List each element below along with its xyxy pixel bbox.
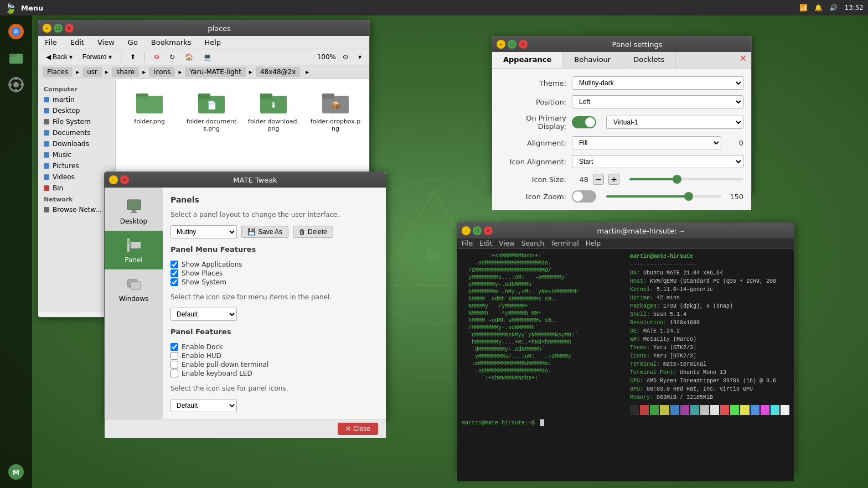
menu-bookmarks[interactable]: Bookmarks — [149, 37, 194, 48]
dock-settings[interactable] — [4, 73, 28, 96]
checkbox-enable-dock: Enable Dock — [170, 342, 378, 351]
show-apps-checkbox[interactable] — [170, 261, 178, 268]
enable-dock-checkbox[interactable] — [170, 343, 178, 351]
svg-rect-14 — [20, 84, 24, 86]
display-select[interactable]: Virtual-1 — [606, 116, 743, 129]
menu-file[interactable]: File — [43, 37, 59, 48]
tweak-close-btn[interactable]: ✕ Close — [338, 423, 378, 435]
separator — [121, 51, 121, 63]
breadcrumb-share[interactable]: share — [112, 67, 139, 77]
show-system-checkbox[interactable] — [170, 278, 178, 286]
breadcrumb-size[interactable]: 48x48@2x — [256, 67, 300, 77]
appearance-minimize-btn[interactable]: − — [497, 40, 505, 49]
minimize-btn[interactable]: − — [43, 24, 51, 33]
window-controls-places[interactable]: − □ × — [43, 24, 74, 33]
zoom-toggle[interactable]: ⊙ — [339, 52, 352, 62]
save-as-btn[interactable]: 💾 Save As — [241, 226, 288, 238]
position-select[interactable]: Left — [572, 95, 743, 108]
appearance-close-btn-x[interactable]: × — [519, 40, 528, 49]
icon-size-hint: Select the icon size for menu items in t… — [170, 293, 378, 301]
del-btn[interactable]: ⊖ — [151, 52, 163, 62]
terminal-maximize-btn[interactable]: □ — [473, 226, 482, 235]
size-minus-btn[interactable]: − — [593, 174, 604, 185]
breadcrumb-icons[interactable]: icons — [149, 67, 175, 77]
icon-zoom-slider[interactable] — [606, 195, 721, 198]
forward-btn[interactable]: Forward ▾ — [79, 52, 115, 62]
maximize-btn[interactable]: □ — [54, 24, 63, 33]
tweak-nav-desktop[interactable]: Desktop — [105, 192, 163, 231]
color-swatch-6 — [690, 405, 699, 415]
computer-btn[interactable]: 💻 — [200, 52, 215, 62]
menu-help[interactable]: Help — [202, 37, 223, 48]
breadcrumb-more[interactable]: ▸ — [306, 68, 309, 76]
term-menu-help[interactable]: Help — [586, 240, 601, 247]
term-menu-view[interactable]: View — [499, 240, 514, 247]
window-controls-terminal[interactable]: − □ × — [462, 226, 493, 235]
panel-icon-size-select[interactable]: Default — [170, 399, 237, 412]
back-btn[interactable]: ◀ Back ▾ — [43, 52, 76, 62]
appearance-maximize-btn[interactable]: □ — [508, 40, 516, 49]
size-plus-btn[interactable]: + — [608, 174, 619, 185]
breadcrumb-usr[interactable]: usr — [82, 67, 102, 77]
videos-label: Videos — [53, 173, 75, 181]
breadcrumb-places[interactable]: Places — [43, 67, 73, 77]
tweak-close-btn-x[interactable]: × — [120, 175, 129, 184]
term-menu-file[interactable]: File — [462, 240, 473, 247]
sidebar-downloads[interactable]: Downloads — [38, 138, 115, 149]
tab-appearance[interactable]: Appearance — [492, 52, 563, 68]
terminal-minimize-btn[interactable]: − — [462, 226, 471, 235]
keyboard-led-checkbox[interactable] — [170, 370, 178, 377]
terminal-close-btn-x[interactable]: × — [484, 226, 493, 235]
folder-icon — [135, 87, 164, 116]
home-btn[interactable]: 🏠 — [182, 52, 197, 62]
up-btn[interactable]: ⬆ — [127, 52, 139, 62]
delete-btn[interactable]: 🗑 Delete — [293, 226, 333, 238]
tweak-nav-panel[interactable]: Panel — [105, 231, 163, 269]
taskbar-menu[interactable]: 🍃 Menu — [4, 2, 43, 14]
sidebar-documents[interactable]: Documents — [38, 127, 115, 138]
view-toggle[interactable]: ▾ — [355, 52, 365, 62]
term-menu-edit[interactable]: Edit — [479, 240, 492, 247]
alignment-select[interactable]: Fill — [572, 136, 721, 149]
tweak-title: MATE Tweak — [129, 176, 381, 184]
sidebar-filesystem[interactable]: File System — [38, 116, 115, 127]
reload-btn[interactable]: ↻ — [166, 52, 178, 62]
sidebar-music[interactable]: Music — [38, 149, 115, 160]
show-places-checkbox[interactable] — [170, 269, 178, 277]
pulldown-terminal-checkbox[interactable] — [170, 361, 178, 368]
notification-icon: 🔔 — [814, 4, 823, 12]
term-menu-search[interactable]: Search — [521, 240, 544, 247]
svg-rect-24 — [260, 94, 272, 99]
icon-zoom-value: 150 — [727, 193, 743, 201]
tab-docklets[interactable]: Docklets — [622, 52, 676, 68]
tweak-minimize-btn[interactable]: − — [109, 175, 118, 184]
tab-behaviour[interactable]: Behaviour — [563, 52, 622, 68]
dock-mate[interactable]: M — [4, 460, 28, 484]
dock-firefox[interactable] — [4, 20, 28, 43]
tweak-nav-windows[interactable]: Windows — [105, 269, 163, 308]
sidebar-pictures[interactable]: Pictures — [38, 160, 115, 172]
primary-display-toggle[interactable] — [572, 116, 596, 128]
icon-size-slider[interactable] — [629, 178, 743, 180]
window-controls-appearance[interactable]: − □ × — [497, 40, 528, 49]
theme-select[interactable]: Mutiny-dark — [572, 76, 743, 90]
dock-files[interactable] — [4, 46, 28, 70]
enable-hud-checkbox[interactable] — [170, 352, 178, 360]
tweak-window: − × MATE Tweak Desktop Panel — [104, 172, 386, 419]
icon-size-select[interactable]: Default — [170, 308, 237, 321]
menu-go[interactable]: Go — [126, 37, 140, 48]
close-btn[interactable]: × — [65, 24, 74, 33]
icon-alignment-select[interactable]: Start — [572, 155, 743, 168]
sidebar-martin[interactable]: martin — [38, 94, 115, 105]
window-controls-tweak[interactable]: − × — [109, 175, 129, 184]
breadcrumb-theme[interactable]: Yaru-MATE-light — [185, 67, 245, 77]
layout-select[interactable]: Mutiny — [170, 225, 237, 238]
term-menu-terminal[interactable]: Terminal — [551, 240, 579, 247]
icon-zoom-toggle[interactable] — [572, 190, 596, 203]
menu-label[interactable]: Menu — [21, 4, 43, 12]
menu-view[interactable]: View — [95, 37, 117, 48]
terminal-body[interactable]: `:+shMNMMNMNnhs+:` .odMMMMMMMMMMMMMMMMMd… — [457, 249, 794, 481]
menu-edit[interactable]: Edit — [68, 37, 86, 48]
appearance-window-close[interactable]: ✕ — [735, 52, 751, 68]
sidebar-desktop[interactable]: Desktop — [38, 105, 115, 116]
